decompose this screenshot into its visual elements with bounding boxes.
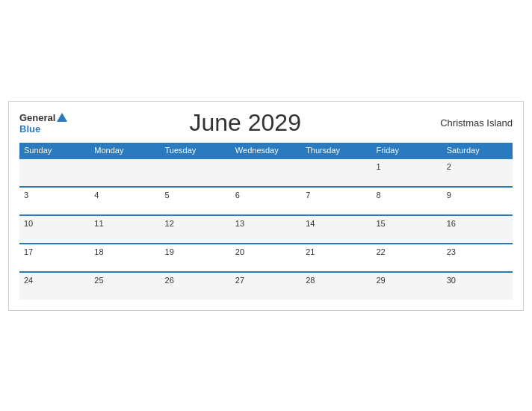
day-cell-1: 1 [371, 158, 442, 187]
day-number: 22 [376, 247, 385, 256]
day-cell-16: 16 [442, 215, 513, 244]
calendar-title: June 2029 [67, 109, 423, 137]
logo-triangle-icon [57, 113, 67, 122]
week-row-1: 12 [19, 158, 513, 187]
day-cell-30: 30 [442, 272, 513, 300]
day-cell-22: 22 [371, 244, 442, 272]
logo-general-text: General [19, 111, 67, 124]
day-number: 23 [447, 247, 456, 256]
day-number: 4 [94, 191, 99, 200]
day-cell-13: 13 [231, 215, 301, 244]
day-number: 27 [235, 276, 244, 285]
day-cell-20: 20 [231, 244, 301, 272]
day-header-wednesday: Wednesday [231, 143, 301, 158]
calendar-header: General Blue June 2029 Christmas Island [19, 109, 513, 137]
empty-cell [19, 158, 90, 187]
week-row-3: 10111213141516 [19, 215, 513, 244]
day-cell-28: 28 [301, 272, 371, 300]
day-number: 28 [306, 276, 315, 285]
day-number: 5 [165, 191, 170, 200]
day-number: 18 [94, 247, 103, 256]
day-header-friday: Friday [371, 143, 442, 158]
empty-cell [231, 158, 301, 187]
empty-cell [301, 158, 371, 187]
day-number: 24 [24, 276, 33, 285]
day-header-thursday: Thursday [301, 143, 371, 158]
day-number: 30 [447, 276, 456, 285]
day-number: 26 [165, 276, 174, 285]
day-cell-10: 10 [19, 215, 90, 244]
empty-cell [90, 158, 160, 187]
day-cell-17: 17 [19, 244, 90, 272]
empty-cell [161, 158, 231, 187]
day-number: 21 [306, 247, 315, 256]
day-cell-15: 15 [371, 215, 442, 244]
day-cell-7: 7 [301, 187, 371, 215]
day-number: 13 [235, 219, 244, 228]
day-number: 17 [24, 247, 33, 256]
day-cell-27: 27 [231, 272, 301, 300]
day-header-monday: Monday [90, 143, 160, 158]
calendar-container: General Blue June 2029 Christmas Island … [8, 101, 524, 311]
week-row-4: 17181920212223 [19, 244, 513, 272]
day-number: 19 [165, 247, 174, 256]
day-cell-3: 3 [19, 187, 90, 215]
day-cell-23: 23 [442, 244, 513, 272]
day-cell-26: 26 [161, 272, 231, 300]
day-cell-5: 5 [161, 187, 231, 215]
day-number: 9 [447, 191, 451, 200]
day-cell-18: 18 [90, 244, 160, 272]
day-cell-8: 8 [371, 187, 442, 215]
calendar-table: SundayMondayTuesdayWednesdayThursdayFrid… [19, 143, 513, 300]
day-number: 29 [376, 276, 385, 285]
day-number: 15 [376, 219, 385, 228]
day-number: 7 [306, 191, 310, 200]
day-cell-29: 29 [371, 272, 442, 300]
day-number: 3 [24, 191, 28, 200]
day-number: 20 [235, 247, 244, 256]
day-header-saturday: Saturday [442, 143, 513, 158]
day-cell-25: 25 [90, 272, 160, 300]
day-number: 6 [235, 191, 240, 200]
week-row-5: 24252627282930 [19, 272, 513, 300]
day-cell-14: 14 [301, 215, 371, 244]
logo-blue-text: Blue [19, 124, 67, 135]
day-number: 2 [447, 162, 451, 171]
logo: General Blue [19, 111, 67, 135]
day-number: 1 [376, 162, 380, 171]
day-cell-19: 19 [161, 244, 231, 272]
day-cell-6: 6 [231, 187, 301, 215]
day-number: 8 [376, 191, 380, 200]
day-number: 11 [94, 219, 103, 228]
day-cell-4: 4 [90, 187, 160, 215]
day-cell-11: 11 [90, 215, 160, 244]
day-number: 16 [447, 219, 456, 228]
day-header-tuesday: Tuesday [161, 143, 231, 158]
day-number: 12 [165, 219, 174, 228]
days-header-row: SundayMondayTuesdayWednesdayThursdayFrid… [19, 143, 513, 158]
day-cell-2: 2 [442, 158, 513, 187]
region-label: Christmas Island [423, 117, 513, 129]
day-header-sunday: Sunday [19, 143, 90, 158]
day-cell-21: 21 [301, 244, 371, 272]
day-number: 14 [306, 219, 315, 228]
day-number: 25 [94, 276, 103, 285]
week-row-2: 3456789 [19, 187, 513, 215]
day-cell-9: 9 [442, 187, 513, 215]
day-cell-12: 12 [161, 215, 231, 244]
day-cell-24: 24 [19, 272, 90, 300]
day-number: 10 [24, 219, 33, 228]
